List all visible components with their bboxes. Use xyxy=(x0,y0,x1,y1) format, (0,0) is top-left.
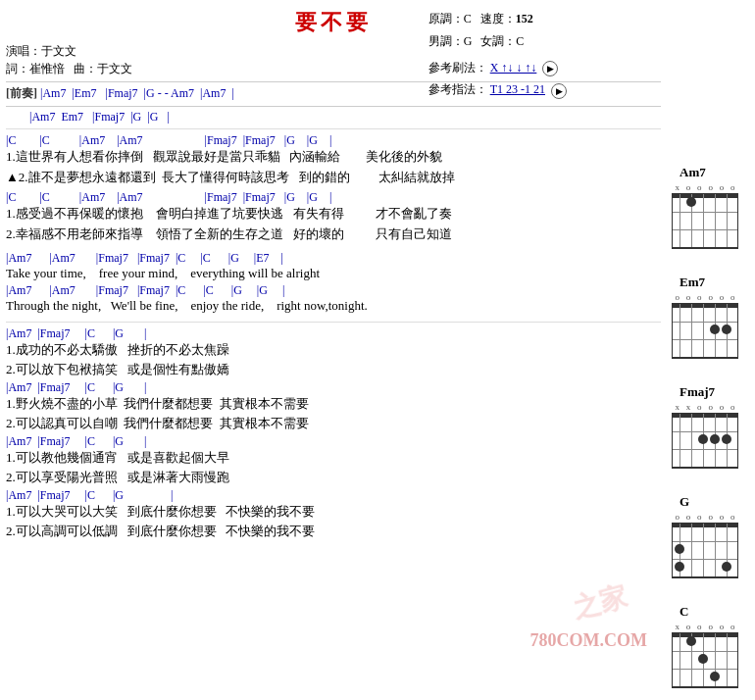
speed-label: 速度： xyxy=(480,12,516,25)
finger-val[interactable]: T1 23 -1 21 xyxy=(490,82,545,96)
em7-mute-row: oooooo xyxy=(672,292,738,302)
verse1-lyric2b: 2.幸福感不用老師來指導 領悟了全新的生存之道 好的壞的 只有自己知道 xyxy=(6,225,661,243)
chord-name-am7: Am7 xyxy=(680,165,706,180)
divider2 xyxy=(6,322,661,323)
chord-name-c: C xyxy=(680,604,688,620)
chord-diagram-fmaj7: Fmaj7 xxoooo xyxy=(672,384,738,469)
prelude-chords1: |Am7 |Em7 |Fmaj7 |G - - Am7 |Am7 | xyxy=(40,86,234,100)
c-mute-row: xooooo xyxy=(672,622,738,631)
lyricist-label: 詞： xyxy=(6,62,29,75)
divider1 xyxy=(6,128,661,129)
strum-play-button[interactable]: ▶ xyxy=(542,61,558,76)
v2-lyric2a: 1.野火燒不盡的小草 我們什麼都想要 其實根本不需要 xyxy=(6,395,661,413)
verse1-block: |C |C |Am7 |Am7 |Fmaj7 |Fmaj7 |G |G | 1.… xyxy=(6,133,661,243)
chord-name-g: G xyxy=(680,494,689,510)
chord-diagram-am7: Am7 xooooo xyxy=(672,165,738,249)
verse1-lyric2a: 1.感受過不再保暖的懷抱 會明白掉進了坑要快逃 有失有得 才不會亂了奏 xyxy=(6,205,661,223)
male-key-label: 男調： xyxy=(428,34,464,48)
lyricist-val: 崔惟愔 xyxy=(29,62,65,75)
v2-lyric4b: 2.可以高調可以低調 到底什麼你想要 不快樂的我不要 xyxy=(6,523,661,540)
finger-play-button[interactable]: ▶ xyxy=(551,83,567,99)
chorus-chords1: |Am7 |Am7 |Fmaj7 |Fmaj7 |C |C |G |E7 | xyxy=(6,251,661,266)
v2-chords2: |Am7 |Fmaj7 |C |G | xyxy=(6,380,661,395)
composer-label: 曲： xyxy=(74,62,97,75)
v2-lyric3b: 2.可以享受陽光普照 或是淋著大雨慢跑 xyxy=(6,469,661,486)
female-key-val: C xyxy=(516,34,524,48)
v2-lyric3a: 1.可以教他幾個通宵 或是喜歡起個大早 xyxy=(6,449,661,467)
v2-lyric1a: 1.成功的不必太驕傲 挫折的不必太焦躁 xyxy=(6,341,661,359)
chord-diagram-c: C xooooo xyxy=(672,604,738,688)
prelude-chords2: |Am7 Em7 |Fmaj7 |G |G | xyxy=(29,110,170,124)
male-key-val: G xyxy=(464,34,473,48)
chord-name-fmaj7: Fmaj7 xyxy=(680,384,715,400)
chord-name-em7: Em7 xyxy=(680,275,705,290)
chorus-chords2: |Am7 |Am7 |Fmaj7 |Fmaj7 |C |C |G |G | xyxy=(6,283,661,298)
finger-label: 參考指法： xyxy=(428,82,487,96)
fmaj7-mute-row: xxoooo xyxy=(672,402,738,412)
v2-chords1: |Am7 |Fmaj7 |C |G | xyxy=(6,326,661,341)
verse1-lyric1b: ▲2.誰不是夢想永遠都還到 長大了懂得何時該思考 到的錯的 太糾結就放掉 xyxy=(6,169,661,186)
verse1-chords1: |C |C |Am7 |Am7 |Fmaj7 |Fmaj7 |G |G | xyxy=(6,133,661,148)
chord-diagrams-panel: Am7 xooooo xyxy=(661,8,749,700)
strum-label: 參考刷法： xyxy=(428,61,487,75)
verse1-lyric1a: 1.這世界有人想看你摔倒 觀眾說最好是當只乖貓 內涵輸給 美化後的外貌 xyxy=(6,148,661,166)
v2-lyric2b: 2.可以認真可以自嘲 我們什麼都想要 其實根本不需要 xyxy=(6,415,661,432)
top-right-info: 原調：C 速度：152 男調：G 女調：C 參考刷法： X ↑↓ ↓ ↑↓ ▶ … xyxy=(428,8,567,101)
prelude-line2: |Am7 Em7 |Fmaj7 |G |G | xyxy=(6,106,661,125)
g-mute-row: oooooo xyxy=(672,512,738,522)
v2-lyric1b: 2.可以放下包袱搞笑 或是個性有點傲嬌 xyxy=(6,361,661,378)
strum-val[interactable]: X ↑↓ ↓ ↑↓ xyxy=(490,61,537,75)
chorus-lyric-en2: Through the night, We'll be fine, enjoy … xyxy=(6,298,661,314)
verse2-block: |Am7 |Fmaj7 |C |G | 1.成功的不必太驕傲 挫折的不必太焦躁 … xyxy=(6,326,661,540)
composer-val: 于文文 xyxy=(97,62,132,75)
speed-val: 152 xyxy=(516,12,533,25)
chorus-block: |Am7 |Am7 |Fmaj7 |Fmaj7 |C |C |G |E7 | T… xyxy=(6,251,661,314)
v2-chords3: |Am7 |Fmaj7 |C |G | xyxy=(6,434,661,449)
original-key-label: 原調： xyxy=(428,12,464,25)
prelude-label: [前奏] xyxy=(6,86,37,100)
singer-label: 演唱： xyxy=(6,44,41,58)
am7-mute-row: xooooo xyxy=(672,182,738,192)
singer-val: 于文文 xyxy=(41,44,76,58)
chorus-lyric-en1: Take your time, free your mind, everythi… xyxy=(6,266,661,281)
v2-chords4: |Am7 |Fmaj7 |C |G | xyxy=(6,488,661,503)
v2-lyric4a: 1.可以大哭可以大笑 到底什麼你想要 不快樂的我不要 xyxy=(6,503,661,521)
chord-diagram-em7: Em7 oooooo xyxy=(672,275,738,359)
original-key-val: C xyxy=(464,12,472,25)
female-key-label: 女調： xyxy=(480,34,516,48)
chord-diagram-g: G oooooo xyxy=(672,494,738,578)
verse1-chords2: |C |C |Am7 |Am7 |Fmaj7 |Fmaj7 |G |G | xyxy=(6,190,661,205)
